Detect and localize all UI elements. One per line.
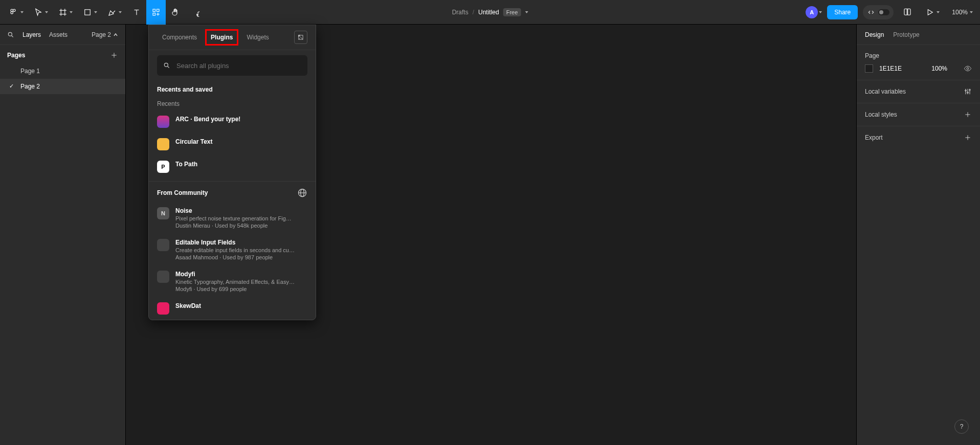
globe-icon[interactable] bbox=[297, 188, 307, 198]
plugin-meta: Dustin Mierau · Used by 548k people bbox=[175, 222, 307, 229]
recent-plugin-item[interactable]: Circular Text bbox=[149, 133, 316, 155]
hand-tool-button[interactable] bbox=[166, 0, 185, 25]
plugin-name: SkewDat bbox=[175, 302, 307, 309]
plugin-icon bbox=[157, 271, 169, 283]
variables-settings-button[interactable] bbox=[964, 87, 972, 96]
figma-logo-icon bbox=[9, 8, 18, 17]
svg-point-35 bbox=[164, 63, 168, 66]
chevron-down-icon bbox=[119, 11, 122, 13]
add-page-button[interactable] bbox=[110, 51, 118, 59]
color-swatch[interactable] bbox=[865, 64, 873, 73]
shape-tool-button[interactable] bbox=[78, 0, 102, 25]
text-tool-button[interactable] bbox=[127, 0, 146, 25]
page-selector-label: Page 2 bbox=[92, 31, 111, 38]
pages-header: Pages bbox=[0, 45, 125, 63]
plugin-icon bbox=[157, 239, 169, 251]
page-item[interactable]: Page 2 bbox=[0, 79, 125, 94]
recent-plugin-item[interactable]: P To Path bbox=[149, 155, 316, 178]
plugin-name: Circular Text bbox=[175, 138, 307, 145]
library-button[interactable] bbox=[899, 5, 916, 20]
pen-icon bbox=[107, 8, 117, 17]
plugin-name: To Path bbox=[175, 161, 307, 168]
text-icon bbox=[132, 8, 141, 17]
page-background-row[interactable]: 1E1E1E 100% bbox=[865, 64, 972, 73]
tab-widgets[interactable]: Widgets bbox=[241, 30, 274, 45]
recents-saved-header: Recents and saved bbox=[149, 83, 316, 98]
chevron-down-icon bbox=[20, 11, 24, 13]
comment-tool-button[interactable] bbox=[185, 0, 205, 25]
page-section-header: Page bbox=[865, 52, 972, 59]
chevron-up-icon bbox=[113, 32, 118, 37]
frame-icon bbox=[58, 8, 68, 17]
cursor-icon bbox=[34, 8, 43, 17]
plugin-description: Create editable input fields in seconds … bbox=[175, 247, 307, 253]
chevron-down-icon bbox=[94, 11, 97, 13]
present-button[interactable] bbox=[921, 5, 944, 20]
tab-plugins[interactable]: Plugins bbox=[205, 29, 238, 46]
plugin-icon bbox=[157, 116, 169, 128]
plugin-search-box[interactable] bbox=[157, 55, 307, 76]
page-item[interactable]: Page 1 bbox=[0, 63, 125, 79]
comment-icon bbox=[190, 8, 199, 17]
community-plugin-item[interactable]: N Noise Pixel perfect noise texture gene… bbox=[149, 202, 316, 234]
resources-tool-button[interactable] bbox=[146, 0, 166, 25]
dev-mode-toggle[interactable] bbox=[863, 5, 894, 19]
svg-rect-0 bbox=[11, 9, 13, 12]
plugin-name: Editable Input Fields bbox=[175, 239, 307, 246]
play-icon bbox=[925, 8, 934, 17]
tab-design[interactable]: Design bbox=[865, 31, 884, 38]
recent-plugin-item[interactable]: ARC · Bend your type! bbox=[149, 110, 316, 133]
plan-badge: Free bbox=[503, 8, 521, 16]
svg-marker-16 bbox=[928, 9, 933, 15]
chevron-down-icon bbox=[45, 11, 48, 13]
tab-layers[interactable]: Layers bbox=[23, 31, 41, 38]
plugin-description: Kinetic Typography, Animated Effects, & … bbox=[175, 279, 307, 285]
export-label: Export bbox=[865, 134, 883, 141]
avatar[interactable]: A bbox=[806, 6, 818, 18]
svg-point-21 bbox=[967, 68, 969, 70]
main-menu-button[interactable] bbox=[4, 0, 29, 25]
toggle-icon bbox=[878, 9, 889, 15]
move-tool-button[interactable] bbox=[29, 0, 53, 25]
svg-line-36 bbox=[168, 66, 169, 68]
local-styles-label: Local styles bbox=[865, 111, 897, 118]
rectangle-icon bbox=[83, 8, 92, 17]
book-icon bbox=[903, 8, 912, 17]
chevron-down-icon bbox=[937, 11, 940, 13]
pen-tool-button[interactable] bbox=[102, 0, 127, 25]
community-plugin-item[interactable]: Editable Input Fields Create editable in… bbox=[149, 234, 316, 265]
zoom-control[interactable]: 100% bbox=[949, 9, 976, 16]
search-icon[interactable] bbox=[7, 31, 14, 38]
plugin-icon bbox=[157, 138, 169, 150]
add-style-button[interactable] bbox=[964, 110, 972, 119]
resources-icon bbox=[151, 8, 161, 17]
visibility-toggle-icon[interactable] bbox=[964, 64, 972, 73]
add-export-button[interactable] bbox=[964, 134, 972, 142]
chevron-down-icon bbox=[819, 11, 822, 13]
plugin-search-input[interactable] bbox=[175, 61, 301, 70]
plugin-icon: N bbox=[157, 207, 169, 219]
hand-icon bbox=[171, 8, 180, 17]
tab-assets[interactable]: Assets bbox=[49, 31, 68, 38]
popout-button[interactable] bbox=[294, 31, 307, 44]
tab-components[interactable]: Components bbox=[157, 30, 202, 45]
help-button[interactable]: ? bbox=[954, 419, 969, 434]
community-plugin-item[interactable]: Modyfi Kinetic Typography, Animated Effe… bbox=[149, 265, 316, 297]
tab-prototype[interactable]: Prototype bbox=[893, 31, 919, 38]
frame-tool-button[interactable] bbox=[53, 0, 78, 25]
right-panel: Design Prototype Page 1E1E1E 100% Local … bbox=[856, 25, 980, 445]
breadcrumb-separator: / bbox=[473, 9, 474, 16]
plugin-name: Modyfi bbox=[175, 271, 307, 278]
plugin-name: Noise bbox=[175, 207, 307, 214]
svg-point-17 bbox=[8, 32, 12, 36]
page-selector[interactable]: Page 2 bbox=[92, 31, 118, 38]
svg-line-8 bbox=[113, 11, 116, 13]
chevron-down-icon bbox=[970, 11, 973, 13]
svg-rect-11 bbox=[153, 9, 155, 12]
document-title[interactable]: Drafts / Untitled Free bbox=[452, 8, 528, 16]
plugin-meta: Asaad Mahmood · Used by 987 people bbox=[175, 254, 307, 260]
share-button[interactable]: Share bbox=[827, 5, 858, 19]
community-plugin-item[interactable]: SkewDat bbox=[149, 297, 316, 320]
svg-rect-7 bbox=[85, 9, 91, 15]
resources-panel: Components Plugins Widgets Recents and s… bbox=[148, 25, 316, 320]
